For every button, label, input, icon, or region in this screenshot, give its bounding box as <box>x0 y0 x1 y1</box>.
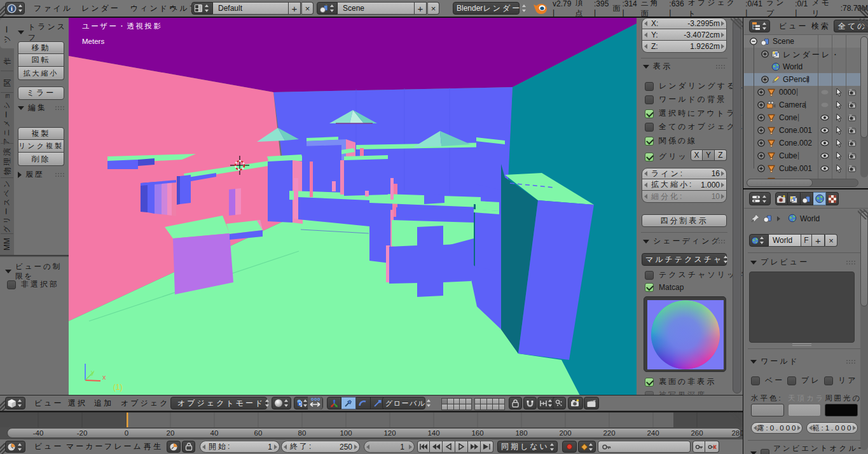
svg-text:160: 160 <box>471 429 483 437</box>
svg-text:140: 140 <box>427 429 439 437</box>
svg-text:260: 260 <box>691 429 703 437</box>
svg-text:240: 240 <box>647 429 659 437</box>
svg-text:-20: -20 <box>77 429 88 437</box>
svg-text:120: 120 <box>383 429 396 437</box>
svg-text:-40: -40 <box>33 429 44 437</box>
svg-text:y: y <box>91 368 95 376</box>
svg-text:20: 20 <box>167 429 175 437</box>
svg-text:x: x <box>102 373 106 381</box>
svg-text:(1): (1) <box>113 383 123 392</box>
svg-text:80: 80 <box>298 429 307 437</box>
svg-text:180: 180 <box>515 429 527 437</box>
svg-text:280: 280 <box>731 429 743 437</box>
svg-text:100: 100 <box>340 429 352 437</box>
svg-text:200: 200 <box>559 429 571 437</box>
svg-text:220: 220 <box>603 429 615 437</box>
svg-text:40: 40 <box>210 429 219 437</box>
svg-text:60: 60 <box>254 429 263 437</box>
svg-text:i: i <box>11 5 13 12</box>
svg-text:Meters: Meters <box>82 38 104 45</box>
svg-text:0: 0 <box>125 429 128 437</box>
svg-text:ユーザー・透視投影: ユーザー・透視投影 <box>82 22 163 30</box>
